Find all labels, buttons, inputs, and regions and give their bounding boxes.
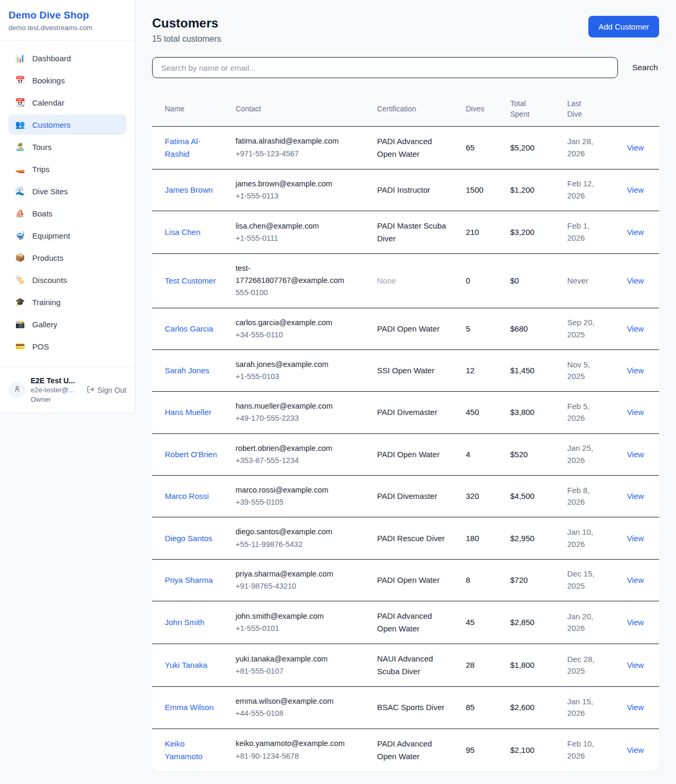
sidebar-item-dashboard[interactable]: 📊Dashboard	[8, 48, 126, 68]
search-input[interactable]	[152, 57, 618, 78]
sidebar-item-boats[interactable]: ⛵Boats	[8, 203, 126, 223]
customer-name-link[interactable]: Test Customer	[152, 253, 229, 308]
view-link[interactable]: View	[627, 228, 644, 237]
view-link[interactable]: View	[627, 143, 644, 152]
sidebar-item-gallery[interactable]: 📸Gallery	[8, 314, 126, 334]
customer-dives: 180	[459, 517, 504, 559]
customer-email: carlos.garcia@example.com	[236, 317, 345, 329]
sidebar-item-customers[interactable]: 👥Customers	[8, 115, 126, 135]
view-link[interactable]: View	[627, 366, 644, 375]
view-link[interactable]: View	[627, 618, 644, 627]
customer-name-link[interactable]: Marco Rossi	[152, 476, 229, 517]
view-link[interactable]: View	[627, 660, 644, 669]
customer-dives: 95	[459, 729, 504, 771]
view-link[interactable]: View	[627, 534, 644, 543]
customer-dives: 28	[459, 644, 504, 687]
sign-out-button[interactable]: Sign Out	[87, 385, 126, 395]
sidebar-item-discounts[interactable]: 🏷️Discounts	[8, 270, 126, 290]
sidebar-item-label: Dashboard	[32, 54, 71, 63]
sidebar-item-tours[interactable]: 🏝️Tours	[8, 137, 126, 157]
customer-name-link[interactable]: James Brown	[152, 169, 229, 211]
view-link[interactable]: View	[627, 450, 644, 459]
sidebar-item-products[interactable]: 📦Products	[8, 248, 126, 268]
customer-certification: PADI Advanced Open Water	[371, 729, 459, 771]
customer-total-spent: $1,450	[504, 350, 561, 391]
customer-name-link[interactable]: Carlos Garcia	[152, 308, 229, 350]
customer-total-spent: $2,850	[504, 601, 561, 644]
add-customer-button[interactable]: Add Customer	[588, 16, 659, 37]
customer-name-link[interactable]: Diego Santos	[152, 517, 229, 559]
customer-certification: PADI Master Scuba Diver	[371, 211, 459, 253]
customer-name-link[interactable]: Emma Wilson	[152, 687, 229, 729]
sidebar-item-label: Calendar	[32, 98, 64, 107]
customer-certification: PADI Divemaster	[371, 476, 459, 517]
user-name: E2E Test U...	[31, 376, 81, 385]
customer-contact: john.smith@example.com+1-555-0101	[229, 601, 371, 644]
search-button[interactable]: Search	[631, 60, 659, 75]
customer-phone: +1-555-0103	[236, 371, 364, 383]
customer-view-cell: View	[612, 169, 659, 211]
sidebar-item-label: Gallery	[32, 320, 58, 329]
customer-contact: keiko.yamamoto@example.com+81-90-1234-56…	[229, 729, 371, 771]
search-row: Search	[152, 57, 659, 78]
customer-total-spent: $5,200	[504, 126, 561, 169]
sidebar-item-trips[interactable]: 🚤Trips	[8, 159, 126, 179]
sidebar-item-calendar[interactable]: 📆Calendar	[8, 92, 126, 112]
customer-last-dive: Dec 28, 2025	[561, 644, 612, 687]
customer-total-spent: $1,800	[504, 644, 561, 687]
view-link[interactable]: View	[627, 324, 644, 333]
customer-dives: 65	[459, 126, 504, 169]
customer-total-spent: $2,600	[504, 687, 561, 729]
view-link[interactable]: View	[627, 703, 644, 712]
customer-certification: None	[371, 253, 459, 308]
customer-name-link[interactable]: Fatima Al-Rashid	[152, 126, 229, 169]
table-row: Sarah Jonessarah.jones@example.com+1-555…	[152, 350, 659, 391]
customer-certification: PADI Advanced Open Water	[371, 601, 459, 644]
sidebar-item-bookings[interactable]: 📅Bookings	[8, 70, 126, 90]
customer-total-spent: $1,200	[504, 169, 561, 211]
sidebar-item-training[interactable]: 🎓Training	[8, 292, 126, 312]
customer-name-link[interactable]: John Smith	[152, 601, 229, 644]
customer-email: sarah.jones@example.com	[236, 358, 345, 371]
view-link[interactable]: View	[627, 276, 644, 285]
island-icon: 🏝️	[15, 142, 25, 152]
table-row: Robert O'Brienrobert.obrien@example.com+…	[152, 433, 659, 475]
customer-last-dive: Nov 5, 2025	[561, 350, 612, 391]
customer-contact: sarah.jones@example.com+1-555-0103	[229, 350, 371, 391]
customer-last-dive: Jan 20, 2026	[561, 601, 612, 644]
sidebar-item-label: Products	[32, 253, 63, 262]
customer-contact: hans.mueller@example.com+49-170-555-2233	[229, 392, 371, 433]
view-link[interactable]: View	[627, 492, 644, 500]
table-row: Test Customertest-1772681807767@example.…	[152, 253, 659, 308]
customer-dives: 1500	[459, 169, 504, 211]
customer-name-link[interactable]: Priya Sharma	[152, 559, 229, 601]
customer-view-cell: View	[612, 253, 659, 308]
view-link[interactable]: View	[627, 408, 644, 417]
customer-view-cell: View	[612, 308, 659, 350]
customer-name-link[interactable]: Robert O'Brien	[152, 433, 229, 475]
sidebar-item-pos[interactable]: 💳POS	[8, 336, 126, 356]
customer-name-link[interactable]: Lisa Chen	[152, 211, 229, 253]
view-link[interactable]: View	[627, 745, 644, 754]
sidebar-item-dive-sites[interactable]: 🌊Dive Sites	[8, 181, 126, 201]
customer-view-cell: View	[612, 211, 659, 253]
customer-view-cell: View	[612, 517, 659, 559]
customer-name-link[interactable]: Keiko Yamamoto	[152, 729, 229, 771]
view-link[interactable]: View	[627, 575, 644, 584]
customer-name-link[interactable]: Yuki Tanaka	[152, 644, 229, 687]
customer-certification: PADI Open Water	[371, 308, 459, 350]
customer-view-cell: View	[612, 350, 659, 391]
sidebar-item-equipment[interactable]: 🤿Equipment	[8, 225, 126, 245]
customer-name-link[interactable]: Hans Mueller	[152, 392, 229, 433]
view-link[interactable]: View	[627, 185, 644, 194]
customer-dives: 450	[459, 392, 504, 433]
customer-view-cell: View	[612, 476, 659, 517]
customers-tbody: Fatima Al-Rashidfatima.alrashid@example.…	[152, 126, 659, 771]
customer-contact: priya.sharma@example.com+91-98765-43210	[229, 559, 371, 601]
avatar	[8, 382, 25, 399]
customer-email: robert.obrien@example.com	[236, 442, 345, 455]
customer-name-link[interactable]: Sarah Jones	[152, 350, 229, 391]
customer-contact: lisa.chen@example.com+1-555-0111	[229, 211, 371, 253]
page-title: Customers	[152, 16, 221, 31]
customer-dives: 12	[459, 350, 504, 391]
